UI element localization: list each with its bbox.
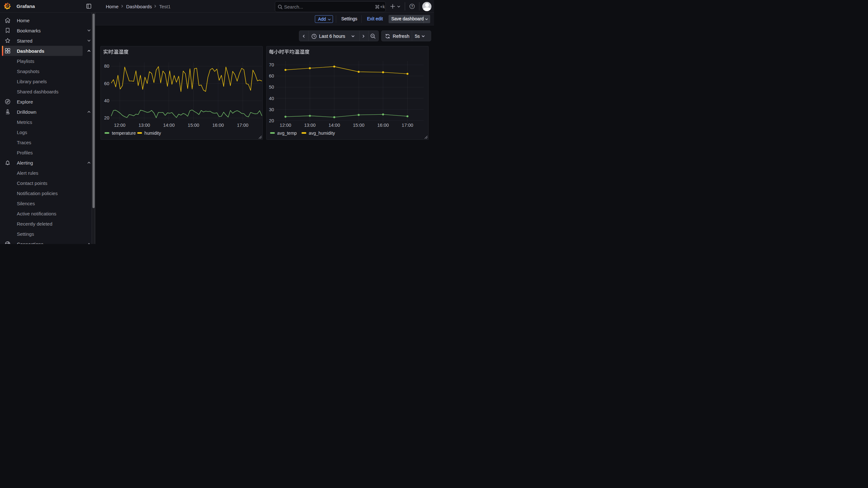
- svg-text:15:00: 15:00: [188, 123, 199, 128]
- svg-text:12:00: 12:00: [114, 123, 125, 128]
- svg-text:?: ?: [411, 5, 413, 8]
- svg-text:17:00: 17:00: [402, 123, 413, 128]
- svg-text:70: 70: [269, 62, 274, 67]
- svg-text:16:00: 16:00: [212, 123, 224, 128]
- svg-text:14:00: 14:00: [329, 123, 340, 128]
- svg-text:17:00: 17:00: [237, 123, 248, 128]
- svg-text:20: 20: [269, 118, 274, 123]
- svg-text:60: 60: [269, 73, 274, 79]
- svg-text:12:00: 12:00: [280, 123, 291, 128]
- svg-text:30: 30: [269, 107, 274, 112]
- svg-text:13:00: 13:00: [138, 123, 150, 128]
- svg-text:60: 60: [104, 81, 109, 86]
- svg-text:20: 20: [104, 115, 109, 120]
- svg-text:13:00: 13:00: [304, 123, 315, 128]
- svg-text:80: 80: [104, 64, 109, 69]
- svg-text:16:00: 16:00: [377, 123, 389, 128]
- svg-text:40: 40: [269, 96, 274, 101]
- svg-text:14:00: 14:00: [163, 123, 175, 128]
- svg-text:15:00: 15:00: [353, 123, 365, 128]
- svg-text:50: 50: [269, 85, 274, 90]
- svg-text:40: 40: [104, 98, 109, 103]
